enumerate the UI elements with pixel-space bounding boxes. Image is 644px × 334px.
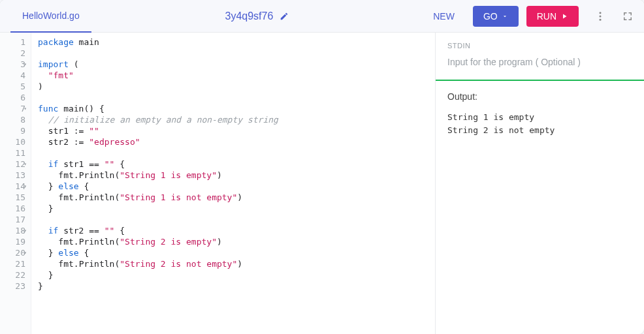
share-id[interactable]: 3y4q9sf76 [225, 10, 289, 22]
lang-label: GO [483, 11, 498, 22]
line-number: 7 [3, 103, 25, 114]
fullscreen-icon[interactable] [622, 10, 634, 22]
line-number: 4 [3, 70, 25, 81]
stdin-section: STDIN [436, 33, 644, 80]
line-number: 15 [3, 192, 25, 203]
line-number: 9 [3, 125, 25, 136]
line-gutter: 1234567891011121314151617181920212223 [0, 33, 31, 334]
code-content[interactable]: package main import ( "fmt") func main()… [31, 33, 435, 334]
code-line[interactable]: } [38, 203, 428, 214]
line-number: 18 [3, 225, 25, 236]
line-number: 20 [3, 247, 25, 258]
line-number: 14 [3, 181, 25, 192]
code-line[interactable]: func main() { [38, 103, 428, 114]
code-line[interactable]: // initialize an empty and a non-empty s… [38, 114, 428, 125]
code-line[interactable] [38, 147, 428, 159]
line-number: 10 [3, 136, 25, 147]
language-select[interactable]: GO [473, 6, 519, 27]
line-number: 19 [3, 236, 25, 247]
line-number: 22 [3, 269, 25, 281]
code-line[interactable] [38, 48, 428, 59]
line-number: 2 [3, 48, 25, 59]
chevron-down-icon [502, 13, 508, 20]
line-number: 13 [3, 170, 25, 181]
line-number: 3 [3, 59, 25, 70]
output-label: Output: [447, 91, 632, 102]
code-line[interactable] [38, 214, 428, 225]
app-container: HelloWorld.go 3y4q9sf76 NEW GO RUN 12345… [0, 0, 644, 334]
run-label: RUN [537, 11, 556, 22]
code-line[interactable]: str1 := "" [38, 125, 428, 136]
svg-point-1 [600, 15, 602, 17]
code-line[interactable]: if str1 == "" { [38, 159, 428, 170]
output-content: String 1 is emptyString 2 is not empty [447, 111, 632, 137]
line-number: 17 [3, 214, 25, 225]
line-number: 23 [3, 281, 25, 292]
code-line[interactable]: } else { [38, 247, 428, 258]
svg-point-2 [600, 18, 602, 20]
line-number: 16 [3, 203, 25, 214]
run-button[interactable]: RUN [526, 6, 579, 27]
code-line[interactable]: fmt.Println("String 2 is empty") [38, 236, 428, 247]
line-number: 5 [3, 81, 25, 92]
line-number: 11 [3, 147, 25, 159]
svg-point-0 [600, 12, 602, 14]
main-area: 1234567891011121314151617181920212223 pa… [0, 33, 644, 334]
share-id-text: 3y4q9sf76 [225, 10, 274, 22]
line-number: 21 [3, 258, 25, 269]
output-line: String 2 is not empty [447, 124, 632, 137]
code-line[interactable]: str2 := "edpresso" [38, 136, 428, 147]
edit-icon[interactable] [280, 12, 289, 21]
new-button[interactable]: NEW [423, 6, 465, 27]
output-section: Output: String 1 is emptyString 2 is not… [436, 81, 644, 147]
line-number: 12 [3, 159, 25, 170]
stdin-input[interactable] [447, 57, 632, 67]
code-line[interactable]: fmt.Println("String 2 is not empty") [38, 258, 428, 269]
more-icon[interactable] [594, 10, 606, 22]
code-editor[interactable]: 1234567891011121314151617181920212223 pa… [0, 33, 435, 334]
code-line[interactable]: } [38, 269, 428, 281]
filename: HelloWorld.go [22, 10, 80, 21]
code-line[interactable]: } else { [38, 181, 428, 192]
code-line[interactable]: ) [38, 81, 428, 92]
code-line[interactable] [38, 92, 428, 103]
code-line[interactable]: import ( [38, 59, 428, 70]
code-line[interactable]: if str2 == "" { [38, 225, 428, 236]
play-icon [560, 12, 568, 20]
topbar: HelloWorld.go 3y4q9sf76 NEW GO RUN [0, 0, 644, 33]
output-line: String 1 is empty [447, 111, 632, 124]
stdin-label: STDIN [447, 42, 632, 50]
line-number: 6 [3, 92, 25, 103]
code-line[interactable]: "fmt" [38, 70, 428, 81]
line-number: 8 [3, 114, 25, 125]
code-line[interactable]: fmt.Println("String 1 is not empty") [38, 192, 428, 203]
file-tab[interactable]: HelloWorld.go [10, 0, 91, 33]
new-label: NEW [433, 11, 455, 22]
line-number: 1 [3, 37, 25, 48]
code-line[interactable]: package main [38, 37, 428, 48]
io-panel: STDIN Output: String 1 is emptyString 2 … [435, 33, 644, 334]
code-line[interactable]: } [38, 281, 428, 292]
code-line[interactable]: fmt.Println("String 1 is empty") [38, 170, 428, 181]
